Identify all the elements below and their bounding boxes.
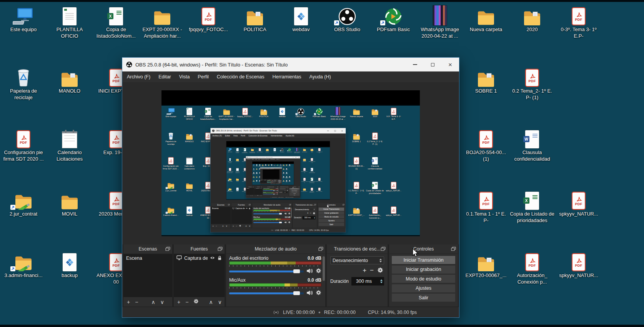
menu-archivo[interactable]: Archivo (F)	[127, 74, 150, 80]
source-item[interactable]: Captura de	[174, 254, 225, 262]
desktop-icon[interactable]: Nueva carpeta	[463, 4, 509, 33]
source-properties-gear-icon[interactable]	[193, 299, 199, 305]
maximize-button[interactable]	[424, 58, 441, 71]
add-transition-icon[interactable]: +	[363, 267, 366, 274]
volume-slider[interactable]	[229, 271, 304, 272]
speaker-icon	[276, 190, 277, 191]
menu-vista[interactable]: Vista	[179, 74, 190, 80]
menu-editar[interactable]: Editar	[158, 74, 171, 80]
add-scene-icon[interactable]: +	[127, 299, 130, 305]
desktop-icon[interactable]: XCopia de listadoSoloNom...	[93, 4, 139, 40]
dock-popout-icon	[289, 204, 291, 206]
icon-label: Clausula confidencialidad	[366, 165, 384, 170]
menu-perfil: Perfil	[258, 159, 260, 160]
minimize-button[interactable]	[406, 58, 424, 71]
icon-label: spkyyv_NATUR...	[384, 214, 403, 217]
remove-source-icon[interactable]: −	[185, 299, 188, 305]
desktop-icon[interactable]: XCopia de Listado de prioridadades	[509, 188, 555, 224]
lock-icon[interactable]	[217, 256, 222, 261]
source-down-icon[interactable]: ∨	[218, 299, 222, 305]
desktop-icon[interactable]: PDFBOJA20-554-00... (1)	[463, 127, 509, 163]
scenes-toolbar: + − ∧ ∨	[246, 195, 254, 196]
menu-coleccion[interactable]: Colección de Escenas	[217, 74, 265, 80]
duration-input[interactable]: 300 ms	[351, 277, 384, 286]
duration-spinner-icon[interactable]	[380, 279, 383, 283]
desktop-icon[interactable]: backup	[47, 250, 93, 279]
desktop-icon[interactable]: WhatsApp Image 2020-04-22 at ...	[417, 4, 463, 40]
speaker-icon[interactable]	[306, 268, 313, 275]
dock-popout-icon[interactable]	[318, 247, 323, 252]
icon-label: Copia de listadoSoloNom...	[199, 116, 217, 121]
channel-gear-icon[interactable]	[316, 268, 321, 275]
icon-label: Autorización_ Conexión p...	[366, 214, 384, 219]
transition-gear-icon[interactable]	[377, 267, 383, 274]
desktop-icon[interactable]: PDFConfiguración pie firma SDT 2020 ...	[0, 127, 47, 163]
desktop-icon[interactable]: PDF0.2 Tema_2- 1º E. P- (1)	[509, 65, 555, 101]
menu-perfil[interactable]: Perfil	[198, 74, 208, 80]
settings-button[interactable]: Ajustes	[392, 284, 455, 292]
desktop-icon[interactable]: Este equipo	[0, 4, 47, 33]
visibility-eye-icon[interactable]	[210, 256, 215, 261]
desktop-icon: 2.jur_contrat	[161, 181, 180, 192]
menu-herramientas[interactable]: Herramientas	[273, 74, 301, 80]
start-streaming-button[interactable]: Iniciar Transmisión	[392, 256, 455, 264]
volume-slider[interactable]	[229, 292, 304, 294]
icon-label: MOVIL	[180, 189, 199, 192]
screen-capture-preview[interactable]: Este equipoPLANTILLA OFICIOXCopia de lis…	[161, 105, 420, 236]
desktop-icon[interactable]: PDF0.1.Tema 1 - 1º E. P-	[463, 188, 509, 224]
menu-ayuda[interactable]: Ayuda (H)	[310, 74, 331, 80]
desktop-icon[interactable]: webdav	[278, 4, 324, 33]
scene-down-icon[interactable]: ∨	[160, 299, 164, 305]
remove-scene-icon[interactable]: −	[135, 299, 138, 305]
desktop-icon[interactable]: Calendario Licitaciones	[47, 127, 93, 163]
dock-popout-icon[interactable]	[165, 247, 170, 252]
desktop-icon[interactable]: PLANTILLA OFICIO	[47, 4, 93, 40]
menu-editar: Editar	[225, 134, 230, 137]
obs-titlebar[interactable]: OBS 25.0.8 (64-bit, windows) - Perfíl: S…	[122, 58, 459, 71]
scene-item[interactable]: Escena	[123, 254, 172, 262]
desktop-icon[interactable]: PDFsam Basic	[370, 4, 416, 33]
start-recording-button[interactable]: Iniciar grabación	[392, 266, 455, 274]
desktop-icon: EXPT 20-000XX - Ampliación har...	[217, 106, 236, 121]
remove-transition-icon[interactable]: −	[370, 267, 374, 274]
channel-gear-icon[interactable]	[316, 290, 321, 297]
desktop-icon[interactable]: PDFAutorización_ Conexión p...	[509, 250, 555, 286]
dock-popout-icon[interactable]	[451, 247, 456, 252]
icon-label: Papelera de reciclaje	[226, 161, 234, 163]
sources-toolbar: + − ∧ ∨	[174, 297, 225, 307]
desktop-icon: Papelera de reciclaje	[252, 168, 255, 170]
broadcast-icon	[273, 310, 280, 315]
rec-dot-icon: ●	[318, 310, 321, 314]
close-button[interactable]: ×	[441, 58, 459, 71]
exit-button[interactable]: Salir	[392, 294, 455, 302]
studio-mode-button[interactable]: Modo de estudio	[392, 275, 455, 283]
desktop-icon[interactable]: MANOLO	[47, 65, 93, 95]
desktop-icon[interactable]: MOVIL	[47, 188, 93, 217]
desktop-icon[interactable]: PDFfpqqvy_FOTOC...	[185, 4, 231, 33]
desktop-icon[interactable]: POLITICA	[232, 4, 278, 33]
add-source-icon[interactable]: +	[177, 299, 180, 305]
dock-popout-icon[interactable]	[381, 247, 386, 252]
desktop-icon: webdav	[273, 106, 291, 118]
desktop-icon[interactable]: PDF0-3º. Tema 3- 1º E.P-	[556, 4, 602, 40]
desktop-icon[interactable]: 2.jur_contrat	[0, 188, 47, 217]
desktop-icon[interactable]: SOBRE 1	[463, 65, 509, 95]
source-up-icon[interactable]: ∧	[209, 299, 213, 305]
bottom-black-strip	[0, 325, 644, 327]
mixer-scrollbar[interactable]	[323, 256, 325, 281]
dock-popout-icon[interactable]	[218, 247, 223, 252]
desktop-icon[interactable]: EXPT 20-000XX - Ampliación har...	[139, 4, 185, 40]
desktop-icon[interactable]: WClausula confidencialidad	[509, 127, 555, 163]
scene-up-icon[interactable]: ∧	[151, 299, 155, 305]
transition-select[interactable]: Desvanecimiento	[330, 256, 384, 264]
desktop-icon[interactable]: 3.admin-financi...	[0, 250, 47, 279]
desktop-icon[interactable]: EXPT20-00067_...	[463, 250, 509, 279]
desktop-icon[interactable]: Papelera de reciclaje	[0, 65, 47, 101]
desktop-icon[interactable]: 2020	[509, 4, 555, 33]
desktop-icon[interactable]: OBS Studio	[324, 4, 370, 33]
scene-list: Escena	[246, 188, 254, 195]
source-item: Captura de	[231, 207, 251, 210]
desktop-icon[interactable]: PDFspkyyv_NATUR...	[556, 188, 602, 217]
speaker-icon[interactable]	[306, 290, 313, 297]
desktop-icon[interactable]: PDFspkyyv_NATUR...	[556, 250, 602, 279]
